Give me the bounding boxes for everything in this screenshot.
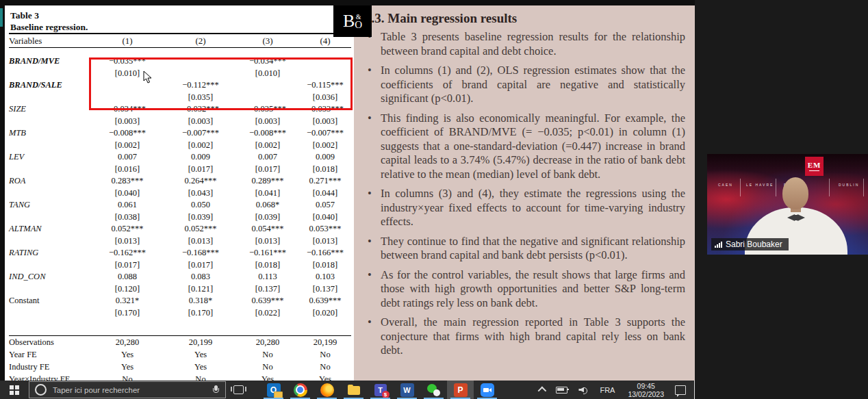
- variable-label: RATING: [9, 247, 90, 259]
- standard-error-value: [0.002]: [236, 139, 299, 151]
- coefficient-value: −0.007***: [299, 127, 351, 139]
- coefficient-value: 0.053***: [299, 223, 351, 235]
- city-label: LE HAVRE: [746, 183, 774, 187]
- table-row: IND_CON0.0880.0830.1130.103: [9, 271, 351, 283]
- task-view-button[interactable]: [226, 381, 251, 399]
- coefficient-value: −0.166***: [299, 247, 351, 259]
- chrome-icon[interactable]: [287, 381, 314, 399]
- coefficient-value: 0.088: [90, 271, 165, 283]
- coefficient-value: 0.113: [236, 271, 299, 283]
- column-header: (2): [165, 34, 236, 48]
- footer-value: Yes: [236, 373, 299, 381]
- word-icon[interactable]: W: [394, 381, 420, 399]
- action-center-icon[interactable]: [675, 385, 686, 395]
- standard-error-value: [0.043]: [165, 187, 236, 199]
- coefficient-value: 0.057: [299, 199, 351, 211]
- logo-letter-o: O: [355, 21, 362, 29]
- presentation-slide: Table 3 Baseline regression. Variables(1…: [5, 5, 695, 381]
- table-row: TANG0.0610.0500.068*0.057: [9, 199, 351, 211]
- bullet-list: Table 3 presents baseline regression res…: [365, 30, 685, 358]
- table-row-se: [0.013][0.013][0.013][0.013]: [9, 235, 351, 247]
- variable-label: LEV: [9, 151, 90, 163]
- standard-error-value: [0.003]: [299, 115, 351, 127]
- bullet-item: As for the control variables, the result…: [365, 268, 685, 311]
- coefficient-value: −0.008***: [90, 127, 165, 139]
- outlook-icon[interactable]: O: [260, 381, 287, 399]
- battery-icon[interactable]: [556, 387, 567, 394]
- tray-expand-icon[interactable]: [538, 387, 547, 396]
- standard-error-value: [0.040]: [90, 187, 165, 199]
- language-indicator[interactable]: FRA: [600, 386, 615, 394]
- teams-icon[interactable]: T$: [367, 381, 394, 399]
- bullet-item: Overall, the main regression reported in…: [365, 316, 685, 358]
- bullet-item: They continue to find that the negative …: [365, 235, 685, 263]
- standard-error-value: [0.137]: [299, 283, 351, 295]
- city-label: DUBLIN: [839, 183, 859, 187]
- video-top-shade: [707, 154, 868, 175]
- footer-value: Yes: [90, 361, 165, 373]
- powerpoint-icon[interactable]: P: [447, 381, 474, 399]
- footer-value: 20,280: [90, 336, 165, 349]
- table-row: Constant0.321*0.318*0.639***0.639***: [9, 295, 351, 307]
- wechat-icon[interactable]: [420, 381, 447, 399]
- footer-value: 20,199: [165, 336, 236, 349]
- coefficient-value: 0.007: [236, 151, 299, 163]
- table-row: ROA0.283***0.264***0.289***0.271***: [9, 175, 351, 187]
- participant-bowtie: [787, 214, 805, 221]
- system-tray: FRA 09:45 13/02/2023: [532, 381, 694, 399]
- table-row: LEV0.0070.0090.0070.009: [9, 151, 351, 163]
- footer-value: No: [90, 373, 165, 381]
- coefficient-value: 0.271***: [299, 175, 351, 187]
- variable-label: Constant: [9, 295, 90, 307]
- zoom-icon[interactable]: [474, 381, 500, 399]
- taskbar-search[interactable]: [29, 381, 226, 398]
- footer-value: No: [165, 373, 236, 381]
- standard-error-value: [0.137]: [236, 283, 299, 295]
- desktop-screen: Table 3 Baseline regression. Variables(1…: [0, 0, 868, 399]
- table-caption-line2: Baseline regression.: [10, 21, 354, 33]
- em-school-logo: EM: [805, 157, 824, 176]
- standard-error-value: [0.041]: [236, 187, 299, 199]
- task-view-icon: [233, 385, 244, 394]
- table-footer-row: Industry FEYesYesNoNo: [9, 361, 351, 373]
- footer-label: Year×Industry FE: [9, 373, 90, 381]
- participant-name-tag: Sabri Boubaker: [711, 238, 789, 250]
- variable-label: TANG: [9, 199, 90, 211]
- explorer-icon[interactable]: [340, 381, 367, 399]
- column-header: Variables: [9, 34, 90, 48]
- clock-date: 13/02/2023: [628, 390, 664, 398]
- standard-error-value: [0.170]: [90, 307, 165, 319]
- table-caption: Table 3 Baseline regression.: [5, 5, 354, 33]
- variable-label: IND_CON: [9, 271, 90, 283]
- table-row-se: [0.016][0.017][0.017][0.018]: [9, 163, 351, 175]
- variable-label: ALTMAN: [9, 223, 90, 235]
- footer-value: No: [299, 348, 351, 361]
- coefficient-value: −0.162***: [90, 247, 165, 259]
- search-input[interactable]: [51, 385, 213, 395]
- coefficient-value: 0.052***: [165, 223, 236, 235]
- table-row-se: [0.040][0.043][0.041][0.044]: [9, 187, 351, 199]
- table-footer-row: Observations20,28020,19920,28020,199: [9, 336, 351, 349]
- standard-error-value: [0.003]: [165, 115, 236, 127]
- standard-error-value: [0.017]: [236, 163, 299, 175]
- standard-error-value: [0.018]: [236, 259, 299, 271]
- table-caption-line1: Table 3: [10, 10, 354, 21]
- standard-error-value: [0.039]: [236, 211, 299, 223]
- volume-icon[interactable]: [578, 386, 588, 394]
- standard-error-value: [0.020]: [299, 307, 351, 319]
- screen-share-region: Table 3 Baseline regression. Variables(1…: [0, 0, 695, 399]
- variable-label: SIZE: [9, 103, 90, 115]
- footer-value: 20,199: [299, 336, 351, 349]
- footer-value: 20,280: [236, 336, 299, 349]
- firefox-icon[interactable]: [314, 381, 340, 399]
- table-row: MTB−0.008***−0.007***−0.008***−0.007***: [9, 127, 351, 139]
- mouse-cursor: [143, 70, 153, 84]
- variable-label: BRAND/SALE: [9, 79, 90, 91]
- taskbar-apps: OT$WP: [260, 381, 500, 399]
- clock[interactable]: 09:45 13/02/2023: [628, 382, 664, 398]
- notes-panel: 4.3. Main regression results Table 3 pre…: [354, 5, 695, 381]
- start-button[interactable]: [0, 381, 29, 399]
- table-row-se: [0.120][0.121][0.137][0.137]: [9, 283, 351, 295]
- participant-video-tile[interactable]: EM CAENLE HAVREPARISDUBLIN Sabri Boubake…: [707, 154, 868, 255]
- microphone-icon[interactable]: [213, 385, 219, 395]
